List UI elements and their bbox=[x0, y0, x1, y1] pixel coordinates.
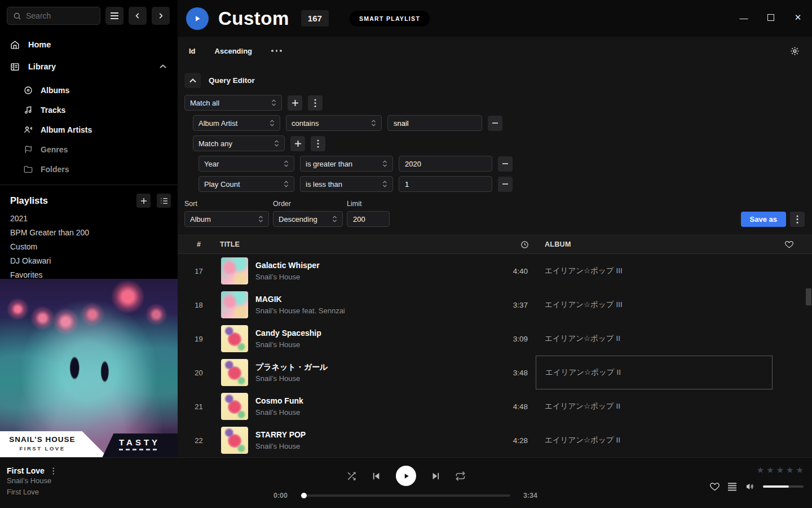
sidebar-item-home[interactable]: Home bbox=[0, 36, 178, 53]
menu-button[interactable] bbox=[105, 7, 123, 25]
seek-bar[interactable] bbox=[301, 494, 510, 497]
track-album-cell[interactable]: エイリアン☆ポップ III bbox=[536, 288, 773, 322]
shuffle-button[interactable] bbox=[346, 471, 357, 481]
volume-slider[interactable] bbox=[763, 485, 804, 488]
next-track-button[interactable] bbox=[431, 471, 440, 481]
previous-track-button[interactable] bbox=[372, 471, 381, 481]
settings-gear-icon[interactable] bbox=[790, 46, 800, 56]
track-title[interactable]: プラネット・ガール bbox=[255, 362, 328, 373]
album-art-thumbnail[interactable] bbox=[221, 257, 248, 284]
column-header-number[interactable]: # bbox=[178, 240, 220, 248]
track-artist[interactable]: Snail’s House bbox=[255, 340, 321, 350]
track-artist[interactable]: Snail’s House bbox=[255, 441, 306, 452]
group-rule-value-input[interactable] bbox=[399, 176, 492, 192]
table-row[interactable]: 18 MAGIK Snail’s House feat. Sennzai 3:3… bbox=[178, 288, 812, 322]
nav-forward-button[interactable] bbox=[152, 7, 170, 25]
group-rule-operator-select[interactable]: is greater than bbox=[300, 156, 393, 172]
nav-back-button[interactable] bbox=[129, 7, 147, 25]
sort-select[interactable]: Album bbox=[184, 211, 269, 227]
track-title[interactable]: STARRY POP bbox=[255, 430, 306, 440]
star-icon[interactable]: ★ bbox=[796, 466, 804, 475]
more-options-icon[interactable] bbox=[271, 50, 282, 52]
track-title[interactable]: Cosmo Funk bbox=[255, 396, 303, 406]
track-title[interactable]: Galactic Whisper bbox=[255, 260, 320, 271]
playlist-list-button[interactable] bbox=[157, 194, 171, 208]
table-row[interactable]: 20 プラネット・ガール Snail’s House 3:48 エイリアン☆ポッ… bbox=[178, 356, 812, 389]
group-menu-button[interactable] bbox=[311, 136, 325, 151]
album-art-thumbnail[interactable] bbox=[221, 393, 248, 420]
playlist-item[interactable]: DJ Okawari bbox=[0, 253, 178, 268]
play-playlist-button[interactable] bbox=[186, 7, 209, 30]
limit-input[interactable] bbox=[347, 211, 390, 227]
track-artist[interactable]: Snail’s House feat. Sennzai bbox=[255, 306, 345, 316]
save-as-button[interactable]: Save as bbox=[741, 212, 786, 227]
track-artist[interactable]: Snail’s House bbox=[255, 408, 303, 418]
sidebar-item-albums[interactable]: Albums bbox=[0, 80, 178, 100]
duration-column-clock-icon[interactable] bbox=[520, 240, 536, 249]
add-rule-button[interactable] bbox=[288, 95, 302, 111]
star-icon[interactable]: ★ bbox=[786, 466, 793, 475]
chevron-up-icon[interactable] bbox=[160, 64, 166, 69]
track-album-cell[interactable]: エイリアン☆ポップ II bbox=[536, 389, 773, 423]
window-maximize-button[interactable] bbox=[766, 12, 776, 23]
table-row[interactable]: 19 Candy Spaceship Snail’s House 3:09 エイ… bbox=[178, 322, 812, 356]
group-rule-value-input[interactable] bbox=[399, 156, 492, 172]
table-row[interactable]: 17 Galactic Whisper Snail’s House 4:40 エ… bbox=[178, 254, 812, 288]
rule-field-select[interactable]: Album Artist bbox=[193, 115, 280, 131]
table-row[interactable]: 21 Cosmo Funk Snail’s House 4:48 エイリアン☆ポ… bbox=[178, 389, 812, 423]
column-header-title[interactable]: TITLE bbox=[220, 240, 491, 248]
playlist-item[interactable]: Custom bbox=[0, 239, 178, 253]
repeat-button[interactable] bbox=[455, 471, 466, 481]
sort-direction-button[interactable]: Ascending bbox=[215, 47, 252, 55]
table-row[interactable]: 22 STARRY POP Snail’s House 4:28 エイリアン☆ポ… bbox=[178, 423, 812, 457]
track-artist[interactable]: Snail’s House bbox=[255, 272, 320, 282]
remove-rule-button[interactable] bbox=[488, 116, 502, 131]
sidebar-item-library[interactable]: Library bbox=[0, 58, 178, 75]
rule-value-input[interactable] bbox=[387, 115, 482, 131]
track-title[interactable]: MAGIK bbox=[255, 294, 345, 305]
track-album-cell[interactable]: エイリアン☆ポップ III bbox=[536, 254, 773, 288]
album-art-thumbnail[interactable] bbox=[221, 291, 248, 318]
add-playlist-button[interactable] bbox=[136, 194, 151, 208]
now-playing-title[interactable]: First Love bbox=[7, 466, 45, 475]
group-rule-operator-select[interactable]: is less than bbox=[300, 176, 393, 192]
save-menu-button[interactable] bbox=[790, 212, 805, 227]
star-icon[interactable]: ★ bbox=[776, 466, 784, 475]
track-album-cell[interactable]: エイリアン☆ポップ II bbox=[536, 423, 773, 457]
match-type-select[interactable]: Match all bbox=[184, 95, 282, 111]
sidebar-item-folders[interactable]: Folders bbox=[0, 159, 178, 179]
favorite-column-heart-icon[interactable] bbox=[785, 240, 793, 248]
search-box[interactable] bbox=[7, 7, 100, 25]
window-close-button[interactable]: ✕ bbox=[793, 12, 803, 23]
album-art-thumbnail[interactable] bbox=[221, 325, 248, 352]
play-pause-button[interactable] bbox=[396, 466, 416, 486]
add-group-rule-button[interactable] bbox=[290, 136, 305, 151]
column-header-album[interactable]: ALBUM bbox=[536, 240, 773, 248]
now-playing-artist[interactable]: Snail’s House bbox=[7, 475, 54, 487]
track-album-cell[interactable]: エイリアン☆ポップ II bbox=[536, 356, 773, 389]
group-rule-field-select[interactable]: Year bbox=[198, 156, 294, 172]
now-playing-menu-icon[interactable] bbox=[52, 467, 55, 475]
favorite-heart-button[interactable] bbox=[710, 482, 720, 491]
collapse-query-editor-button[interactable] bbox=[184, 73, 201, 88]
track-artist[interactable]: Snail’s House bbox=[255, 374, 328, 384]
album-art-thumbnail[interactable] bbox=[221, 427, 248, 454]
remove-group-rule-button[interactable] bbox=[498, 156, 513, 172]
group-rule-field-select[interactable]: Play Count bbox=[198, 176, 294, 192]
remove-group-rule-button[interactable] bbox=[498, 177, 513, 192]
group-match-type-select[interactable]: Match any bbox=[193, 135, 285, 151]
order-select[interactable]: Descending bbox=[273, 211, 343, 227]
track-title[interactable]: Candy Spaceship bbox=[255, 328, 321, 339]
table-scrollbar[interactable] bbox=[805, 255, 812, 457]
playlist-item[interactable]: 2021 bbox=[0, 211, 178, 225]
sidebar-item-album-artists[interactable]: Album Artists bbox=[0, 120, 178, 139]
sort-field-button[interactable]: Id bbox=[189, 47, 196, 55]
sidebar-item-genres[interactable]: Genres bbox=[0, 139, 178, 159]
star-icon[interactable]: ★ bbox=[757, 466, 764, 475]
queue-button[interactable] bbox=[727, 483, 737, 491]
now-playing-album[interactable]: First Love bbox=[7, 487, 54, 498]
track-album-cell[interactable]: エイリアン☆ポップ II bbox=[536, 322, 773, 356]
playlist-item[interactable]: BPM Greater than 200 bbox=[0, 225, 178, 239]
rule-operator-select[interactable]: contains bbox=[286, 115, 382, 131]
window-minimize-button[interactable]: — bbox=[739, 12, 749, 23]
